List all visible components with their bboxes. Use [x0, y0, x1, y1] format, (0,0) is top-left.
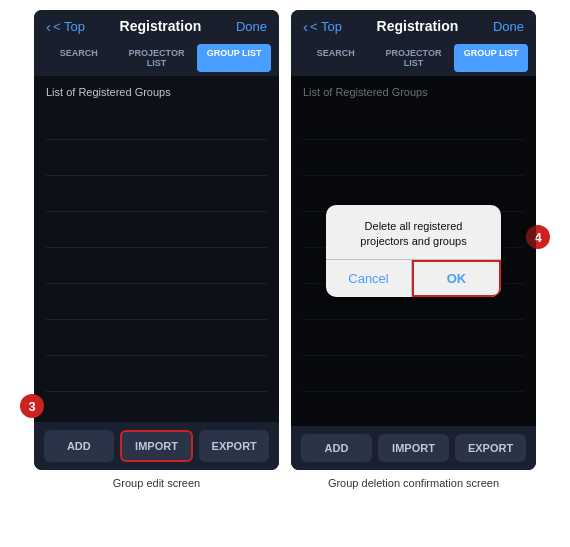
right-done-button[interactable]: Done	[493, 19, 524, 34]
list-item	[46, 284, 267, 320]
left-tab-bar: SEARCH PROJECTOR LIST GROUP LIST	[34, 40, 279, 76]
left-caption: Group edit screen	[34, 476, 279, 490]
captions-row: Group edit screen Group deletion confirm…	[0, 470, 570, 496]
right-tab-bar: SEARCH PROJECTOR LIST GROUP LIST	[291, 40, 536, 76]
list-item	[46, 248, 267, 284]
left-nav-title: Registration	[120, 18, 202, 34]
left-tab-search[interactable]: SEARCH	[42, 44, 116, 72]
dialog-ok-button[interactable]: OK	[412, 260, 501, 297]
left-export-button[interactable]: EXPORT	[199, 430, 269, 462]
left-tab-group-list[interactable]: GROUP LIST	[197, 44, 271, 72]
right-tab-group-list[interactable]: GROUP LIST	[454, 44, 528, 72]
right-screen: ‹ < Top Registration Done SEARCH PROJECT…	[291, 10, 536, 470]
left-back-chevron: ‹	[46, 19, 51, 34]
left-content-area: List of Registered Groups	[34, 76, 279, 422]
list-item	[46, 176, 267, 212]
right-toolbar: ADD IMPORT EXPORT	[291, 426, 536, 470]
dialog-cancel-button[interactable]: Cancel	[326, 260, 412, 297]
left-list	[46, 104, 267, 392]
right-tab-search[interactable]: SEARCH	[299, 44, 373, 72]
right-nav-title: Registration	[377, 18, 459, 34]
left-back-button[interactable]: ‹ < Top	[46, 19, 85, 34]
right-import-button[interactable]: IMPORT	[378, 434, 449, 462]
right-content-area: List of Registered Groups Delete all reg…	[291, 76, 536, 426]
left-add-button[interactable]: ADD	[44, 430, 114, 462]
list-item	[46, 212, 267, 248]
left-tab-projector-list[interactable]: PROJECTOR LIST	[120, 44, 194, 72]
delete-dialog: Delete all registered projectors and gro…	[326, 205, 501, 298]
left-toolbar: ADD IMPORT EXPORT	[34, 422, 279, 470]
list-item	[46, 104, 267, 140]
right-export-button[interactable]: EXPORT	[455, 434, 526, 462]
right-nav-bar: ‹ < Top Registration Done	[291, 10, 536, 40]
dialog-message: Delete all registered projectors and gro…	[326, 205, 501, 260]
list-item	[46, 356, 267, 392]
right-add-button[interactable]: ADD	[301, 434, 372, 462]
left-nav-bar: ‹ < Top Registration Done	[34, 10, 279, 40]
right-back-label: < Top	[310, 19, 342, 34]
step-badge-3: 3	[20, 394, 44, 418]
list-item	[46, 140, 267, 176]
right-back-chevron: ‹	[303, 19, 308, 34]
right-tab-projector-list[interactable]: PROJECTOR LIST	[377, 44, 451, 72]
left-import-button[interactable]: IMPORT	[120, 430, 194, 462]
dialog-buttons: Cancel OK	[326, 259, 501, 297]
left-back-label: < Top	[53, 19, 85, 34]
list-item	[46, 320, 267, 356]
dialog-overlay: Delete all registered projectors and gro…	[291, 76, 536, 426]
right-caption: Group deletion confirmation screen	[291, 476, 536, 490]
left-section-title: List of Registered Groups	[46, 86, 267, 98]
right-back-button[interactable]: ‹ < Top	[303, 19, 342, 34]
left-screen: ‹ < Top Registration Done SEARCH PROJECT…	[34, 10, 279, 470]
left-done-button[interactable]: Done	[236, 19, 267, 34]
